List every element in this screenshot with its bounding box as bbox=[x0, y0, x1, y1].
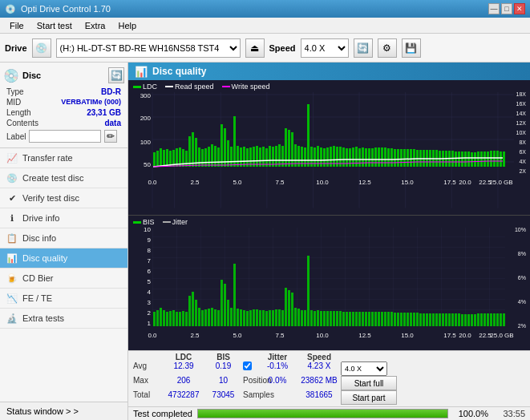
menu-help[interactable]: Help bbox=[111, 19, 143, 32]
sidebar-item-drive-info[interactable]: ℹ Drive info bbox=[0, 208, 127, 228]
drive-icon-button[interactable]: 💿 bbox=[32, 38, 51, 58]
svg-rect-99 bbox=[381, 147, 383, 167]
svg-rect-42 bbox=[198, 147, 200, 167]
sidebar-item-extra-tests[interactable]: 🔬 Extra tests bbox=[0, 309, 127, 329]
svg-rect-45 bbox=[208, 147, 210, 167]
bis-legend-color bbox=[133, 221, 141, 224]
close-button[interactable]: ✕ bbox=[514, 3, 525, 14]
svg-rect-56 bbox=[243, 147, 245, 167]
maximize-button[interactable]: □ bbox=[501, 3, 512, 14]
disc-header: 💿 Disc 🔄 bbox=[3, 66, 124, 87]
svg-rect-104 bbox=[397, 149, 399, 167]
svg-rect-125 bbox=[464, 151, 467, 167]
svg-rect-216 bbox=[314, 311, 316, 326]
status-label: Test completed bbox=[133, 409, 192, 418]
start-part-button[interactable]: Start part bbox=[341, 390, 397, 405]
sidebar-item-create-test-disc[interactable]: 💿 Create test disc bbox=[0, 168, 127, 188]
svg-rect-251 bbox=[426, 313, 428, 326]
svg-rect-203 bbox=[272, 310, 274, 326]
sidebar-item-disc-info[interactable]: 📋 Disc info bbox=[0, 228, 127, 248]
svg-text:2.5: 2.5 bbox=[190, 332, 200, 339]
svg-rect-38 bbox=[185, 151, 188, 167]
svg-rect-91 bbox=[355, 147, 358, 167]
svg-rect-167 bbox=[156, 310, 159, 326]
sidebar-item-transfer-rate[interactable]: 📈 Transfer rate bbox=[0, 148, 127, 168]
minimize-button[interactable]: — bbox=[488, 3, 500, 14]
jitter-checkbox[interactable] bbox=[243, 361, 252, 370]
svg-text:100: 100 bbox=[140, 139, 152, 146]
svg-rect-109 bbox=[413, 149, 415, 167]
svg-rect-242 bbox=[397, 313, 399, 326]
disc-label-input[interactable] bbox=[29, 130, 101, 143]
svg-text:12.5: 12.5 bbox=[358, 332, 371, 339]
menu-extra[interactable]: Extra bbox=[79, 19, 112, 32]
svg-rect-89 bbox=[349, 148, 351, 167]
save-button[interactable]: 💾 bbox=[402, 38, 421, 58]
svg-rect-71 bbox=[291, 132, 293, 167]
jitter-label: Jitter bbox=[172, 218, 188, 226]
menu-start-test[interactable]: Start test bbox=[30, 19, 79, 32]
svg-text:2X: 2X bbox=[519, 168, 526, 174]
write-speed-legend-color bbox=[222, 86, 230, 87]
svg-rect-59 bbox=[253, 147, 255, 167]
start-full-button[interactable]: Start full bbox=[341, 376, 397, 390]
svg-rect-46 bbox=[211, 144, 213, 167]
disc-quality-title: Disc quality bbox=[152, 66, 206, 77]
menu-file[interactable]: File bbox=[3, 19, 30, 32]
svg-rect-30 bbox=[160, 148, 162, 167]
svg-rect-219 bbox=[323, 311, 326, 326]
refresh-button[interactable]: 🔄 bbox=[354, 38, 373, 58]
svg-text:14X: 14X bbox=[516, 111, 527, 116]
svg-rect-48 bbox=[217, 147, 220, 167]
svg-rect-44 bbox=[204, 148, 207, 167]
svg-rect-259 bbox=[451, 313, 454, 326]
status-window-label: Status window > > bbox=[6, 406, 79, 416]
svg-rect-95 bbox=[368, 148, 370, 167]
svg-text:25.0 GB: 25.0 GB bbox=[489, 179, 512, 186]
svg-text:5.0: 5.0 bbox=[233, 179, 242, 186]
svg-text:0.0: 0.0 bbox=[148, 332, 157, 339]
svg-rect-208 bbox=[288, 290, 290, 326]
legend-write-speed: Write speed bbox=[222, 83, 270, 91]
svg-rect-69 bbox=[285, 128, 287, 167]
svg-rect-249 bbox=[419, 313, 422, 326]
sidebar-item-cd-bier[interactable]: 🍺 CD Bier bbox=[0, 269, 127, 289]
drive-select[interactable]: (H:) HL-DT-ST BD-RE WH16NS58 TST4 bbox=[56, 38, 241, 58]
disc-type-key: Type bbox=[6, 87, 24, 96]
speed-select[interactable]: 4.0 X bbox=[301, 38, 349, 58]
speed-mode-select[interactable]: 4.0 X bbox=[341, 361, 387, 376]
svg-rect-122 bbox=[455, 151, 457, 167]
status-window-button[interactable]: Status window > > bbox=[0, 402, 127, 420]
progress-percent: 100.0% bbox=[453, 409, 488, 418]
stats-checkbox-placeholder bbox=[243, 353, 256, 361]
svg-rect-263 bbox=[464, 314, 467, 326]
disc-contents-row: Contents data bbox=[3, 118, 124, 128]
ldc-label: LDC bbox=[143, 83, 157, 91]
svg-text:4: 4 bbox=[148, 289, 152, 296]
svg-rect-244 bbox=[403, 313, 406, 326]
svg-text:4%: 4% bbox=[518, 299, 526, 305]
svg-rect-262 bbox=[461, 314, 463, 326]
sidebar-item-verify-test-disc[interactable]: ✔ Verify test disc bbox=[0, 188, 127, 208]
sidebar-item-label: Create test disc bbox=[22, 173, 83, 183]
svg-rect-239 bbox=[387, 312, 390, 326]
sidebar-item-label: Disc info bbox=[22, 233, 56, 243]
svg-rect-190 bbox=[230, 308, 233, 326]
stats-row-1: LDC BIS Jitter Speed Avg 12.39 0.19 -0.1… bbox=[133, 353, 525, 405]
svg-rect-53 bbox=[233, 116, 236, 167]
svg-rect-55 bbox=[240, 147, 242, 167]
disc-refresh-button[interactable]: 🔄 bbox=[108, 67, 124, 83]
svg-rect-225 bbox=[342, 312, 345, 326]
bis-label: BIS bbox=[143, 218, 155, 226]
sidebar-item-fe-te[interactable]: 📉 FE / TE bbox=[0, 289, 127, 309]
settings-button[interactable]: ⚙ bbox=[378, 38, 397, 58]
sidebar-item-disc-quality[interactable]: 📊 Disc quality bbox=[0, 248, 127, 269]
eject-button[interactable]: ⏏ bbox=[245, 38, 265, 58]
svg-rect-221 bbox=[330, 311, 332, 326]
svg-text:20.0: 20.0 bbox=[459, 179, 471, 186]
label-edit-button[interactable]: ✏ bbox=[104, 130, 117, 143]
svg-rect-32 bbox=[166, 149, 168, 167]
svg-text:5.0: 5.0 bbox=[233, 332, 242, 339]
svg-rect-236 bbox=[378, 312, 380, 326]
svg-rect-101 bbox=[387, 148, 390, 167]
